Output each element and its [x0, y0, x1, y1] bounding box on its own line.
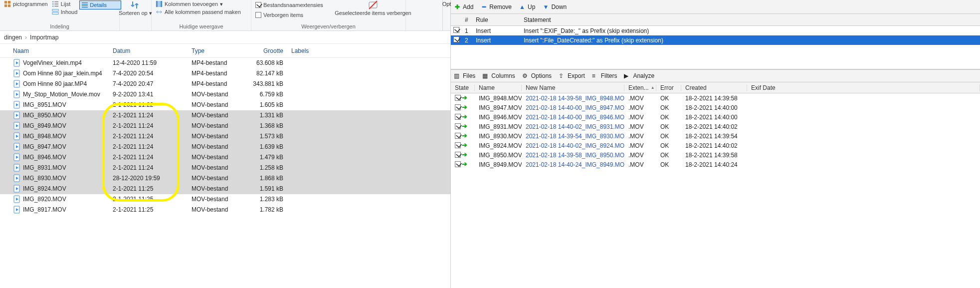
table-row[interactable]: IMG_8920.MOV2-1-2021 11:25MOV-bestand1.2… [0, 194, 450, 205]
table-row[interactable]: Oom Hinne 80 jaar.MP47-4-2020 20:47MP4-b… [0, 79, 450, 89]
col-error[interactable]: Error [656, 84, 681, 91]
result-row[interactable]: ➔IMG_8948.MOV2021-02-18 14-39-58_IMG_894… [451, 93, 980, 103]
file-size: 63.608 kB [247, 59, 287, 66]
result-error: OK [656, 104, 681, 111]
arrow-right-icon: ➔ [462, 122, 467, 130]
ribbon-inhoud[interactable]: Inhoud [50, 8, 80, 16]
table-row[interactable]: IMG_8924.MOV2-1-2021 11:25MOV-bestand1.5… [0, 184, 450, 194]
down-button[interactable]: ▼Down [542, 3, 567, 10]
checkbox-icon[interactable] [455, 142, 461, 148]
table-row[interactable]: VogelVinex_klein.mp412-4-2020 11:59MP4-b… [0, 58, 450, 68]
rules-col-num[interactable]: # [462, 16, 476, 23]
col-created[interactable]: Created [681, 84, 747, 91]
result-row[interactable]: ➔IMG_8930.MOV2021-02-18 14-39-54_IMG_893… [451, 131, 980, 141]
arrow-up-icon: ▲ [519, 3, 526, 10]
col-labels[interactable]: Labels [287, 47, 450, 54]
tab-options[interactable]: ⚙Options [522, 72, 552, 79]
file-name: Oom Hinne 80 jaar.MP4 [23, 80, 87, 87]
checkbox-icon[interactable] [455, 161, 461, 167]
table-row[interactable]: IMG_8931.MOV2-1-2021 11:24MOV-bestand1.2… [0, 163, 450, 173]
table-row[interactable]: IMG_8950.MOV2-1-2021 11:24MOV-bestand1.3… [0, 110, 450, 121]
file-type: MOV-bestand [188, 164, 247, 171]
file-name: IMG_8930.MOV [23, 175, 66, 182]
ribbon-pictogrammen[interactable]: pictogrammen [2, 0, 50, 8]
col-name[interactable]: Naam [9, 47, 109, 54]
remove-button[interactable]: ━Remove [480, 3, 512, 10]
table-row[interactable]: IMG_8930.MOV28-12-2020 19:59MOV-bestand1… [0, 173, 450, 184]
col-state[interactable]: State [451, 84, 475, 91]
table-row[interactable]: IMG_8947.MOV2-1-2021 11:24MOV-bestand1.6… [0, 142, 450, 152]
file-date: 2-1-2021 11:25 [109, 206, 188, 213]
result-row[interactable]: ➔IMG_8931.MOV2021-02-18 14-40-02_IMG_893… [451, 122, 980, 131]
chevron-right-icon: › [25, 34, 27, 41]
breadcrumb[interactable]: dingen › Importmap [0, 31, 450, 44]
ribbon-check-hidden[interactable]: Verborgen items [253, 11, 343, 19]
table-row[interactable]: IMG_8948.MOV2-1-2021 11:24MOV-bestand1.5… [0, 131, 450, 142]
columns-icon: ▦ [482, 72, 489, 79]
result-error: OK [656, 161, 681, 168]
result-row[interactable]: ➔IMG_8950.MOV2021-02-18 14-39-58_IMG_895… [451, 150, 980, 160]
col-date[interactable]: Datum [109, 47, 188, 54]
checkbox-icon[interactable] [455, 114, 461, 120]
file-name: IMG_8924.MOV [23, 185, 66, 192]
checkbox-icon[interactable] [453, 27, 459, 33]
result-row[interactable]: ➔IMG_8924.MOV2021-02-18 14-40-02_IMG_892… [451, 141, 980, 150]
tab-export[interactable]: ⇪Export [559, 72, 585, 79]
file-name: VogelVinex_klein.mp4 [23, 59, 82, 66]
col-exif[interactable]: Exif Date [747, 84, 980, 91]
ribbon-options-cut[interactable]: Opt [442, 0, 450, 30]
tab-filters[interactable]: ≡Filters [592, 72, 617, 79]
ribbon-check-extensions[interactable]: Bestandsnaamextensies [253, 1, 343, 9]
col-ext[interactable]: Exten...▲ [624, 84, 656, 91]
file-type: MOV-bestand [188, 143, 247, 150]
col-type[interactable]: Type [188, 47, 247, 54]
add-button[interactable]: ✚Add [454, 3, 473, 10]
arrow-right-icon: ➔ [462, 103, 467, 111]
table-row[interactable]: IMG_8951.MOV2-1-2021 11:22MOV-bestand1.6… [0, 100, 450, 110]
rule-row[interactable]: 2InsertInsert ":File_DateCreated:" as Pr… [451, 35, 980, 45]
rule-row[interactable]: 1InsertInsert ":EXIF_Date:_" as Prefix (… [451, 26, 980, 35]
ribbon-fit-columns[interactable]: Alle kolommen passend maken [154, 8, 249, 16]
up-button[interactable]: ▲Up [519, 3, 535, 10]
checkbox-icon[interactable] [453, 36, 459, 42]
col-rname[interactable]: Name [475, 84, 522, 91]
result-row[interactable]: ➔IMG_8947.MOV2021-02-18 14-40-00_IMG_894… [451, 103, 980, 112]
ribbon-sort[interactable]: Sorteren op ▾ [122, 0, 149, 19]
result-row[interactable]: ➔IMG_8949.MOV2021-02-18 14-40-24_IMG_894… [451, 160, 980, 169]
checkbox-icon[interactable] [455, 123, 461, 129]
ribbon-hide-selected[interactable]: Geselecteerde items verbergen [343, 0, 403, 19]
rule-name: Insert [476, 37, 524, 44]
file-name: IMG_8946.MOV [23, 154, 66, 161]
breadcrumb-item[interactable]: dingen [4, 34, 22, 41]
table-row[interactable]: IMG_8946.MOV2-1-2021 11:24MOV-bestand1.4… [0, 152, 450, 163]
file-size: 1.331 kB [247, 112, 287, 119]
col-newname[interactable]: New Name [522, 84, 624, 91]
result-row[interactable]: ➔IMG_8946.MOV2021-02-18 14-40-00_IMG_894… [451, 112, 980, 122]
checkbox-icon[interactable] [455, 95, 461, 101]
file-table: Naam Datum Type Grootte Labels VogelVine… [0, 44, 450, 288]
checkbox-icon[interactable] [455, 104, 461, 110]
checkbox-icon[interactable] [455, 152, 461, 158]
ribbon-details[interactable]: Details [79, 0, 121, 9]
tab-columns[interactable]: ▦Columns [482, 72, 515, 79]
table-row[interactable]: IMG_8949.MOV2-1-2021 11:24MOV-bestand1.3… [0, 121, 450, 131]
table-row[interactable]: Oom Hinne 80 jaar_klein.mp47-4-2020 20:5… [0, 68, 450, 79]
rules-col-stmt[interactable]: Statement [524, 16, 980, 23]
breadcrumb-item[interactable]: Importmap [30, 34, 58, 41]
result-newname: 2021-02-18 14-40-02_IMG_8924.MOV [522, 142, 624, 149]
tab-analyze[interactable]: ▶Analyze [624, 72, 654, 79]
results-table: State Name New Name Exten...▲ Error Crea… [451, 82, 980, 169]
ribbon-add-columns[interactable]: Kolommen toevoegen ▾ [154, 0, 249, 8]
rules-col-rule[interactable]: Rule [476, 16, 524, 23]
file-size: 82.147 kB [247, 70, 287, 77]
checkbox-icon[interactable] [455, 133, 461, 139]
col-size[interactable]: Grootte [247, 47, 287, 54]
table-row[interactable]: My_Stop_Motion_Movie.mov9-2-2020 13:41MO… [0, 89, 450, 100]
svg-rect-0 [4, 1, 7, 3]
file-size: 6.759 kB [247, 91, 287, 98]
list-icon [52, 0, 59, 7]
ribbon-lijst[interactable]: Lijst [50, 0, 80, 8]
tab-files[interactable]: ▥Files [454, 72, 475, 79]
table-row[interactable]: IMG_8917.MOV2-1-2021 11:25MOV-bestand1.7… [0, 205, 450, 215]
file-name: IMG_8950.MOV [23, 112, 66, 119]
